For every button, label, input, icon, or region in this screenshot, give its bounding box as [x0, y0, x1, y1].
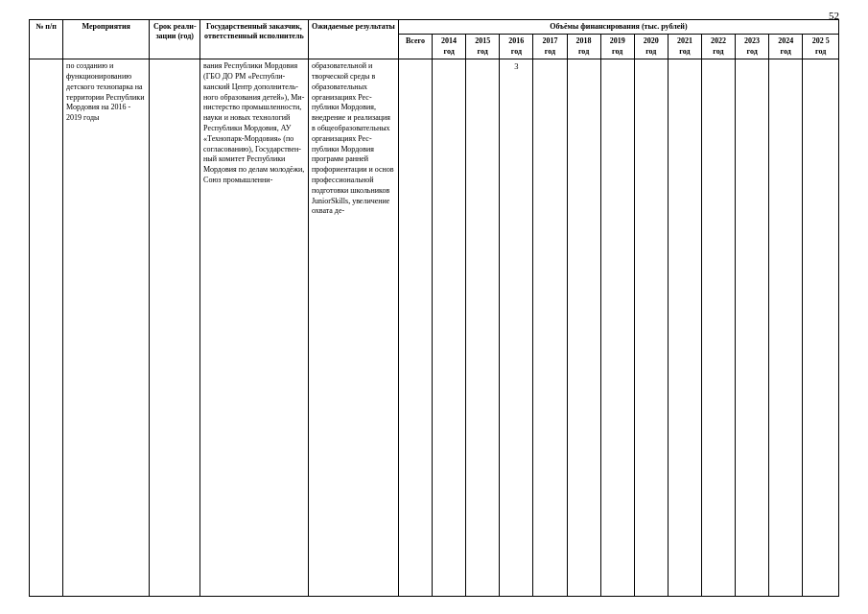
header-2018: 2018 год — [567, 35, 600, 59]
header-2023: 2023 год — [736, 35, 769, 59]
header-srok: Срок реали­зации (год) — [150, 20, 200, 59]
header-vsego: Все­го — [398, 35, 432, 59]
header-2014: 2014 год — [433, 35, 466, 59]
header-num: № п/п — [30, 20, 63, 59]
cell-num — [30, 59, 63, 597]
header-ozhid: Ожидаемые результаты — [308, 20, 398, 59]
page: 52 № п/п Мероприя­тия — [0, 0, 868, 614]
cell-mero: по созданию и функцио­нированию детского… — [63, 59, 150, 597]
cell-vsego — [398, 59, 432, 597]
cell-2017 — [533, 59, 567, 597]
cell-2019 — [600, 59, 634, 597]
header-2024: 2024 год — [769, 35, 803, 59]
header-2016: 2016 год — [500, 35, 533, 59]
cell-2014 — [433, 59, 466, 597]
cell-gos: вания Рес­публики Мордовия (ГБО ДО РМ «Р… — [200, 59, 309, 597]
header-2020: 2020 год — [634, 35, 668, 59]
cell-2015 — [466, 59, 500, 597]
page-number: 52 — [829, 10, 839, 21]
cell-2016: 3 — [500, 59, 533, 597]
cell-ozhid: образова­тельной и творческой среды в об… — [308, 59, 398, 597]
cell-srok — [150, 59, 200, 597]
header-gos: Государст­венный за­казчик, от­ветственн… — [200, 20, 309, 59]
header-2021: 2021 год — [668, 35, 701, 59]
cell-2020 — [634, 59, 668, 597]
header-2019: 2019 год — [600, 35, 634, 59]
header-2017: 2017 год — [533, 35, 567, 59]
cell-2021 — [668, 59, 701, 597]
header-2025: 202 5 год — [803, 35, 839, 59]
header-2015: 2015 год — [466, 35, 500, 59]
main-table: № п/п Мероприя­тия Срок реали­зации (год… — [29, 19, 839, 597]
header-finansirovanie: Объёмы финансирования (тыс. рублей) — [398, 20, 838, 35]
cell-2022 — [701, 59, 735, 597]
cell-2018 — [567, 59, 600, 597]
header-mero: Мероприя­тия — [63, 20, 150, 59]
cell-2023 — [736, 59, 769, 597]
cell-2025 — [803, 59, 839, 597]
header-2022: 2022 год — [701, 35, 735, 59]
cell-2024 — [769, 59, 803, 597]
table-row: по созданию и функцио­нированию детского… — [30, 59, 839, 597]
